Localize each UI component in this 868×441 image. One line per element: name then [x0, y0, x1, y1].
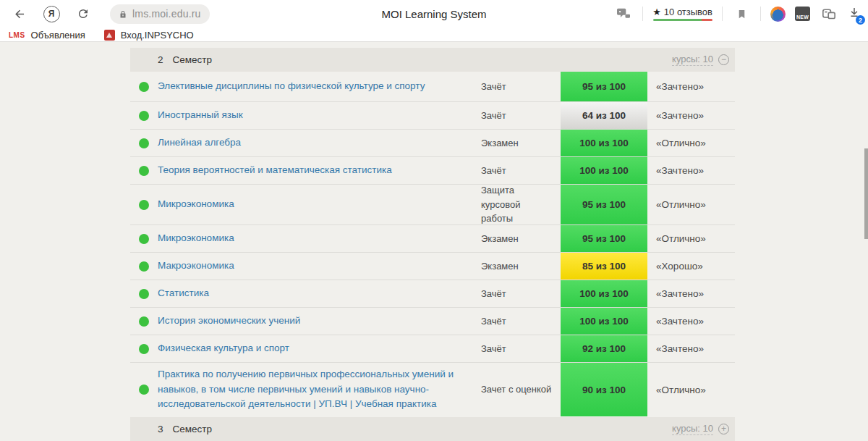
course-status-dot-icon	[139, 111, 149, 121]
course-cell: Элективные дисциплины по физической куль…	[158, 72, 481, 101]
protect-panel-icon	[616, 7, 631, 20]
table-row: Практика по получению первичных професси…	[130, 362, 735, 416]
course-status-dot-icon	[139, 138, 149, 148]
course-link[interactable]: Иностранный язык	[158, 108, 243, 123]
course-status-dot-icon	[139, 200, 149, 210]
collapse-icon[interactable]: −	[718, 54, 729, 65]
status-cell	[130, 102, 158, 129]
exam-type-cell: Зачет с оценкой	[481, 363, 561, 416]
bookmark-item-inpsycho[interactable]: Вход.INPSYCHO	[104, 30, 194, 41]
table-row: Линейная алгебра Экзамен 100 из 100 «Отл…	[130, 129, 735, 156]
lms-page: 2 Семестр курсы: 10 − Элективные дисципл…	[0, 42, 868, 441]
course-status-dot-icon	[139, 316, 149, 327]
reviews-count-label: 10 отзывов	[664, 7, 712, 17]
bookmarks-bar: LMS Объявления Вход.INPSYCHO	[0, 28, 868, 42]
back-icon	[13, 7, 27, 21]
address-bar[interactable]: lms.moi.edu.ru	[110, 4, 210, 24]
semester-3-header: 3 Семестр курсы: 10 +	[130, 417, 735, 441]
protect-panel-button[interactable]	[614, 4, 633, 23]
course-status-dot-icon	[139, 385, 149, 395]
score-badge: 64 из 100	[561, 102, 647, 129]
exam-type-cell: Зачёт	[481, 308, 561, 335]
expand-icon[interactable]: +	[718, 424, 729, 434]
yandex-logo-icon: Я	[43, 6, 60, 22]
course-link[interactable]: Теория вероятностей и математическая ста…	[158, 163, 392, 178]
exam-type-cell: Защита курсовой работы	[481, 185, 561, 224]
semester-number: 2	[158, 54, 163, 65]
bookmark-label: Вход.INPSYCHO	[121, 30, 194, 41]
status-cell	[130, 185, 158, 224]
grade-cell: «Зачтено»	[647, 335, 735, 362]
status-cell	[130, 157, 158, 184]
grade-cell: «Зачтено»	[647, 280, 735, 307]
course-cell: Линейная алгебра	[158, 130, 481, 156]
page-title: MOI Learning System	[381, 8, 486, 20]
course-table-body: Элективные дисциплины по физической куль…	[130, 72, 735, 416]
extension-color-circle-icon[interactable]	[770, 7, 786, 22]
course-link[interactable]: Линейная алгебра	[158, 135, 241, 151]
bookmark-button[interactable]	[732, 4, 751, 23]
grade-cell: «Отлично»	[647, 363, 735, 416]
course-cell: Микроэкономика	[158, 225, 481, 252]
reviews-row: ★ 10 отзывов	[652, 7, 712, 17]
status-cell	[130, 363, 158, 416]
course-cell: История экономических учений	[158, 308, 481, 335]
exam-type-cell: Зачёт	[481, 157, 561, 184]
course-link[interactable]: Элективные дисциплины по физической куль…	[158, 79, 425, 94]
score-badge: 95 из 100	[561, 225, 647, 252]
bookmark-flag-icon	[736, 8, 747, 20]
toolbar-separator	[760, 7, 761, 21]
bookmark-item-announcements[interactable]: LMS Объявления	[9, 30, 85, 41]
score-badge: 100 из 100	[561, 308, 647, 335]
table-row: Физическая культура и спорт Зачёт 92 из …	[130, 335, 735, 362]
extensions-button[interactable]	[820, 4, 838, 23]
score-badge: 95 из 100	[561, 185, 647, 224]
grade-cell: «Отлично»	[647, 225, 735, 252]
course-status-dot-icon	[139, 82, 149, 92]
course-cell: Практика по получению первичных професси…	[158, 363, 481, 416]
course-link[interactable]: Физическая культура и спорт	[158, 341, 289, 356]
back-button[interactable]	[10, 4, 29, 23]
downloads-button[interactable]: 2	[848, 6, 861, 22]
course-link[interactable]: Микроэкономика	[158, 197, 234, 212]
url-text: lms.moi.edu.ru	[132, 8, 201, 20]
course-cell: Микроэкономика	[158, 185, 481, 224]
refresh-button[interactable]	[74, 4, 93, 23]
grade-cell: «Хорошо»	[647, 253, 735, 280]
course-link[interactable]: Статистика	[158, 286, 209, 301]
rating-bar-negative	[702, 19, 712, 21]
rating-bar-positive	[653, 19, 702, 21]
grade-cell: «Отлично»	[647, 185, 735, 224]
status-cell	[130, 308, 158, 335]
course-link[interactable]: Практика по получению первичных професси…	[158, 367, 471, 413]
toolbar-left: Я lms.moi.edu.ru	[0, 4, 210, 24]
exam-type-cell: Экзамен	[481, 253, 561, 280]
course-status-dot-icon	[139, 344, 149, 354]
course-link[interactable]: Микроэкономика	[158, 231, 234, 246]
rating-bar	[653, 19, 712, 21]
course-link[interactable]: История экономических учений	[158, 314, 300, 329]
site-reviews-button[interactable]: ★ 10 отзывов	[652, 7, 712, 21]
score-badge: 90 из 100	[561, 363, 647, 416]
status-cell	[130, 253, 158, 280]
scrollbar-thumb[interactable]	[864, 148, 868, 239]
toolbar-separator	[642, 7, 643, 21]
course-link[interactable]: Макроэкономика	[158, 259, 234, 274]
course-cell: Макроэкономика	[158, 253, 481, 280]
exam-type-cell: Зачёт	[481, 335, 561, 362]
exam-type-cell: Зачёт	[481, 72, 561, 101]
table-row: Микроэкономика Экзамен 95 из 100 «Отличн…	[130, 224, 735, 252]
status-cell	[130, 335, 158, 362]
yandex-home-button[interactable]: Я	[42, 4, 61, 23]
table-row: Макроэкономика Экзамен 85 из 100 «Хорошо…	[130, 252, 735, 280]
courses-count-link[interactable]: курсы: 10	[672, 423, 713, 436]
course-status-dot-icon	[139, 289, 149, 299]
grade-cell: «Зачтено»	[647, 308, 735, 335]
course-cell: Статистика	[158, 280, 481, 307]
extension-new-icon[interactable]: NEW	[795, 7, 810, 21]
grades-table: 2 Семестр курсы: 10 − Элективные дисципл…	[130, 48, 735, 441]
courses-count-link[interactable]: курсы: 10	[672, 54, 713, 67]
toolbar-right: ★ 10 отзывов NEW 2	[614, 0, 861, 28]
semester-label: Семестр	[173, 424, 213, 434]
semester-header-controls: курсы: 10 −	[672, 54, 735, 67]
